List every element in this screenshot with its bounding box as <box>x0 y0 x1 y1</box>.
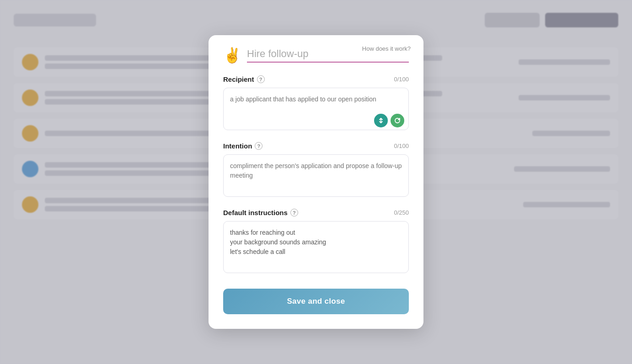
intention-count: 0/100 <box>394 142 409 149</box>
recipient-label: Recipient <box>223 75 254 83</box>
intention-help-icon[interactable]: ? <box>255 142 262 150</box>
save-close-button[interactable]: Save and close <box>223 289 409 314</box>
modal-overlay: How does it work? ✌️ Recipient ? 0/100 <box>0 0 632 364</box>
intention-textarea[interactable] <box>223 154 409 197</box>
default-instructions-header: Default instructions ? 0/250 <box>223 209 409 216</box>
default-instructions-textarea[interactable]: thanks for reaching out your background … <box>223 221 409 273</box>
default-instructions-label: Default instructions <box>223 209 288 216</box>
recipient-icon-teal[interactable] <box>374 114 388 127</box>
default-instructions-section: Default instructions ? 0/250 thanks for … <box>223 209 409 275</box>
recipient-header: Recipient ? 0/100 <box>223 75 409 83</box>
modal-container: How does it work? ✌️ Recipient ? 0/100 <box>209 35 423 329</box>
modal-emoji: ✌️ <box>223 48 241 63</box>
default-instructions-help-icon[interactable]: ? <box>290 209 298 216</box>
recipient-help-icon[interactable]: ? <box>257 75 265 83</box>
recipient-input-wrapper <box>223 88 409 132</box>
intention-section: Intention ? 0/100 <box>223 142 409 199</box>
default-instructions-label-group: Default instructions ? <box>223 209 298 216</box>
intention-label: Intention <box>223 142 252 150</box>
recipient-count: 0/100 <box>394 76 409 83</box>
recipient-icon-green[interactable] <box>391 114 404 127</box>
how-it-works-link[interactable]: How does it work? <box>362 45 411 52</box>
intention-label-group: Intention ? <box>223 142 262 150</box>
recipient-icons <box>374 114 404 127</box>
arrows-icon <box>377 117 385 124</box>
recipient-section: Recipient ? 0/100 <box>223 75 409 132</box>
intention-header: Intention ? 0/100 <box>223 142 409 150</box>
recipient-label-group: Recipient ? <box>223 75 265 83</box>
default-instructions-count: 0/250 <box>394 209 409 216</box>
refresh-icon <box>394 117 401 124</box>
